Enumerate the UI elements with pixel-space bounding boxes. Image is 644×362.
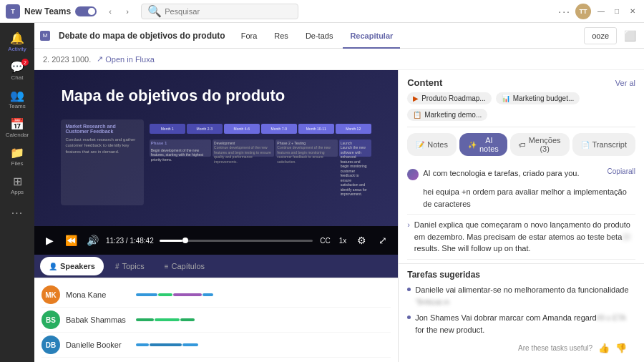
video-panel: Mapa de objetivos do produto Market Rese… bbox=[34, 70, 398, 362]
sidebar-item-chat[interactable]: 💬 Chat 2 bbox=[4, 57, 30, 83]
toggle-switch[interactable] bbox=[75, 6, 97, 16]
files-icon: 📁 bbox=[10, 146, 24, 160]
more-options-icon[interactable]: ··· bbox=[558, 6, 571, 17]
activity-icon: 🔔 bbox=[10, 31, 24, 45]
month-5: Month 10-11 bbox=[298, 124, 334, 134]
copy-all-button[interactable]: Copiarall bbox=[608, 167, 635, 175]
ai-bullet-1[interactable]: › Daniel explica que começaram o novo la… bbox=[407, 219, 635, 255]
fullscreen-button[interactable]: ⤢ bbox=[375, 233, 391, 248]
sidebar-item-apps[interactable]: ⊞ Apps bbox=[4, 172, 30, 197]
tabs-right: ooze ⬜ bbox=[584, 27, 638, 44]
video-container: Mapa de objetivos do produto Market Rese… bbox=[34, 70, 398, 226]
ai-header: AI com tecnologia e tarefas, criado para… bbox=[407, 167, 635, 180]
ai-continuation: hei equipa +n ordem para avaliar melhor … bbox=[407, 186, 635, 210]
thumbs-down-button-2[interactable]: 👎 bbox=[615, 343, 627, 353]
nav-arrows: ‹ › bbox=[102, 4, 135, 19]
close-button[interactable]: ✕ bbox=[627, 6, 638, 17]
section-divider-2 bbox=[407, 259, 635, 260]
ntab-ai-notes[interactable]: ✨ AI notes bbox=[459, 133, 507, 156]
slide-title: Mapa de objetivos do produto bbox=[52, 78, 379, 105]
share-icon[interactable]: ⬜ bbox=[621, 27, 638, 44]
slide-timeline: Month 1 Month 2-3 Month 4-6 Month 7-9 Mo… bbox=[150, 119, 371, 205]
progress-dot bbox=[182, 238, 188, 243]
chip-3[interactable]: 📋 Marketing demo... bbox=[407, 109, 487, 121]
title-bar: T New Teams ‹ › 🔍 ··· TT — □ ✕ bbox=[0, 0, 644, 23]
bar bbox=[136, 293, 157, 296]
speaker-name-3: Danielle Booker bbox=[66, 341, 130, 349]
task-text-2: Jon Shames Vai dobrar marcar com Amanda … bbox=[415, 312, 635, 336]
tasks-section: Tarefas sugeridas Danielle vai alimentar… bbox=[399, 263, 644, 362]
thumbs-up-button-2[interactable]: 👍 bbox=[598, 343, 610, 353]
speaker-name-2: Babak Shammas bbox=[66, 315, 130, 324]
right-panel: Content Ver al ▶ Produto Roadmap... 📊 Ma… bbox=[398, 70, 644, 362]
play-button[interactable]: ▶ bbox=[42, 233, 57, 248]
title-bar-left: T New Teams bbox=[6, 4, 97, 19]
settings-button[interactable]: ⚙ bbox=[353, 233, 369, 248]
teams-app-icon: T bbox=[6, 4, 20, 19]
back-button[interactable]: ‹ bbox=[102, 4, 118, 19]
chip-2[interactable]: 📊 Marketing budget... bbox=[496, 92, 580, 104]
minimize-button[interactable]: — bbox=[595, 6, 607, 17]
ntab-notes[interactable]: 📝 Notes bbox=[407, 133, 457, 156]
speaker-row-2: BS Babak Shammas bbox=[42, 308, 391, 333]
tab-topics[interactable]: # Topics bbox=[107, 257, 153, 275]
tab-fora[interactable]: Fora bbox=[234, 23, 265, 49]
ai-content[interactable]: AI com tecnologia e tarefas, criado para… bbox=[399, 162, 644, 263]
phase-col4: LaunchLaunch the new software with enhan… bbox=[339, 140, 371, 157]
phase-col3: Phase 2 + TestingContinue development of… bbox=[275, 140, 337, 157]
speaker-name-1: Mona Kane bbox=[66, 290, 130, 299]
title-bar-right: ··· TT — □ ✕ bbox=[558, 4, 638, 19]
sidebar-label-activity: Activity bbox=[8, 46, 26, 52]
sidebar-item-more[interactable]: ··· bbox=[4, 200, 30, 226]
video-slide: Mapa de objetivos do produto Market Rese… bbox=[34, 70, 398, 226]
phase-col1: Phase 1 Begin development of the new fea… bbox=[150, 140, 211, 157]
progress-bar[interactable] bbox=[160, 240, 313, 242]
avatar[interactable]: TT bbox=[575, 4, 591, 19]
chip-1[interactable]: ▶ Produto Roadmap... bbox=[407, 92, 492, 104]
search-input[interactable] bbox=[165, 7, 292, 16]
blur-task-1: "Brittizat.m bbox=[415, 298, 449, 306]
tab-recapitular[interactable]: Recapitular bbox=[343, 23, 400, 49]
open-in-link[interactable]: ↗ Open in Fluxa bbox=[97, 54, 154, 64]
speed-button[interactable]: 1x bbox=[338, 235, 348, 246]
forward-button[interactable]: › bbox=[119, 4, 135, 19]
tab-de-tads[interactable]: De-tads bbox=[298, 23, 341, 49]
rewind-button[interactable]: ⏪ bbox=[63, 233, 79, 248]
ooze-button[interactable]: ooze bbox=[584, 27, 617, 44]
tab-speakers[interactable]: 👤 Speakers bbox=[40, 257, 104, 275]
phase-testing: Phase 2 + TestingContinue development of… bbox=[277, 141, 336, 165]
date-info: 2. 2023 1000. bbox=[43, 55, 91, 64]
phase-row: Phase 1 Begin development of the new fea… bbox=[150, 140, 371, 157]
blur-text-1: 19 bbox=[622, 233, 630, 241]
sidebar-item-files[interactable]: 📁 Files bbox=[4, 143, 30, 169]
captions-button[interactable]: CC bbox=[318, 235, 331, 246]
bar bbox=[136, 343, 149, 346]
right-panel-title: Content bbox=[407, 77, 442, 88]
calendar-icon: 📅 bbox=[10, 117, 24, 131]
phase-development: DevelopmentContinue development of the n… bbox=[214, 141, 273, 165]
notes-tab-icon: 📝 bbox=[416, 141, 424, 149]
ntab-mencoes[interactable]: 🏷 Menções (3) bbox=[510, 133, 570, 156]
content-area: 🔔 Activity 💬 Chat 2 👥 Teams 📅 Calendar 📁… bbox=[0, 23, 644, 362]
sidebar-item-teams[interactable]: 👥 Teams bbox=[4, 86, 30, 112]
sidebar-item-calendar[interactable]: 📅 Calendar bbox=[4, 114, 30, 140]
see-all-link[interactable]: Ver al bbox=[615, 79, 635, 87]
phase-col2-text: Begin development of the new features, s… bbox=[151, 148, 210, 162]
month-3: Month 4-6 bbox=[224, 124, 260, 134]
search-bar[interactable]: 🔍 bbox=[141, 4, 298, 19]
month-bar: Month 1 Month 2-3 Month 4-6 Month 7-9 Mo… bbox=[150, 124, 371, 134]
chevron-right-icon: › bbox=[407, 220, 410, 255]
phase-col2: DevelopmentContinue development of the n… bbox=[213, 140, 274, 157]
notes-tabs: 📝 Notes ✨ AI notes 🏷 Menções (3) 📄 Trans… bbox=[399, 127, 644, 162]
ntab-transcript[interactable]: 📄 Transcript bbox=[572, 133, 636, 156]
main-content: M Debate do mapa de objetivos do produto… bbox=[34, 23, 644, 362]
tab-chapters[interactable]: ≡ Capítulos bbox=[156, 257, 213, 275]
phase-launch: LaunchLaunch the new software with enhan… bbox=[341, 141, 370, 197]
meeting-title: Debate do mapa de objetivos do produto bbox=[53, 31, 231, 41]
audio-button[interactable]: 🔊 bbox=[84, 233, 100, 248]
month-1: Month 1 bbox=[150, 124, 185, 134]
sidebar-item-activity[interactable]: 🔔 Activity bbox=[4, 29, 30, 54]
tab-res[interactable]: Res bbox=[267, 23, 296, 49]
maximize-button[interactable]: □ bbox=[611, 6, 623, 17]
mencoes-tab-icon: 🏷 bbox=[519, 141, 526, 149]
